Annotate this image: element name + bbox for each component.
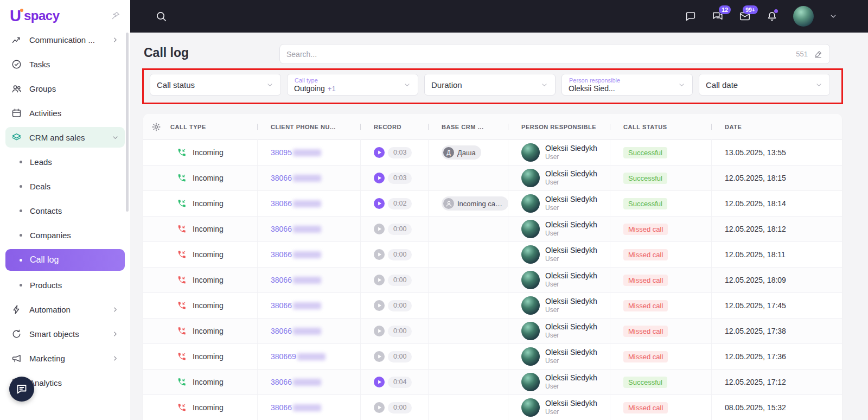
client-phone-link[interactable]: 38066 [271, 301, 321, 310]
client-phone-link[interactable]: 38066 [271, 403, 321, 412]
call-type-label: Incoming [193, 352, 224, 361]
column-header[interactable]: BASE CRM ... [429, 124, 508, 130]
table-row[interactable]: Incoming3806690:00Oleksii SiedykhUserMis… [143, 344, 842, 370]
client-phone-link[interactable]: 38066 [271, 327, 321, 335]
chat-icon[interactable]: 12 [712, 10, 724, 22]
main-content: Call log 551 Call statusCall typeOutgoin… [130, 33, 868, 420]
table-row[interactable]: Incoming380660:00Oleksii SiedykhUserMiss… [143, 242, 842, 268]
column-header[interactable]: DATE [712, 124, 842, 130]
filter-person-responsible[interactable]: Person responsibleOleksii Sied... [561, 74, 693, 96]
client-phone-link[interactable]: 38095 [271, 148, 321, 157]
filter-call-date[interactable]: Call date [699, 74, 830, 96]
table-row[interactable]: Incoming380660:02Incoming call 38..Oleks… [143, 191, 842, 217]
table-row[interactable]: Incoming380660:03Oleksii SiedykhUserSucc… [143, 166, 842, 191]
sidebar-item-groups[interactable]: Groups [5, 78, 125, 99]
person-name[interactable]: Oleksii Siedykh [545, 169, 597, 179]
column-header[interactable]: CALL STATUS [610, 124, 712, 130]
record-cell: 0:00 [361, 268, 429, 292]
column-header[interactable]: CLIENT PHONE NU... [258, 124, 361, 130]
play-record-button[interactable] [374, 377, 385, 387]
play-record-button[interactable] [374, 198, 385, 209]
person-name[interactable]: Oleksii Siedykh [545, 322, 597, 332]
client-phone-link[interactable]: 38066 [271, 276, 321, 284]
person-name[interactable]: Oleksii Siedykh [545, 144, 597, 154]
status-cell: Successful [610, 140, 712, 165]
sidebar-item-products[interactable]: Products [5, 275, 125, 295]
sidebar-item-companies[interactable]: Companies [5, 225, 125, 245]
person-name[interactable]: Oleksii Siedykh [545, 297, 597, 307]
sidebar-item-tasks[interactable]: Tasks [5, 54, 125, 74]
column-header[interactable]: RECORD [361, 124, 429, 130]
base-crm-chip[interactable]: Incoming call 38.. [442, 196, 508, 211]
column-header[interactable]: PERSON RESPONSIBLE [508, 124, 610, 130]
clear-filter-icon[interactable] [813, 49, 823, 59]
person-name[interactable]: Oleksii Siedykh [545, 195, 597, 205]
filter-duration[interactable]: Duration [424, 74, 556, 96]
client-phone-link[interactable]: 38066 [271, 225, 321, 233]
sidebar-item-activities[interactable]: Activities [5, 103, 125, 123]
sidebar-item-contacts[interactable]: Contacts [5, 200, 125, 221]
client-phone-link[interactable]: 38066 [271, 250, 321, 259]
column-header[interactable]: CALL TYPE [169, 124, 258, 130]
person-name[interactable]: Oleksii Siedykh [545, 373, 597, 383]
play-record-button[interactable] [374, 224, 385, 234]
user-avatar[interactable] [793, 6, 814, 27]
search-bar[interactable]: 551 [279, 44, 830, 64]
client-phone-link[interactable]: 38066 [271, 199, 321, 208]
avatar [521, 322, 540, 340]
table-row[interactable]: Incoming380660:04Oleksii SiedykhUserSucc… [143, 370, 842, 395]
person-name[interactable]: Oleksii Siedykh [545, 348, 597, 358]
pin-icon[interactable] [111, 11, 120, 21]
table-settings-button[interactable] [143, 122, 169, 132]
filter-call-status[interactable]: Call status [150, 74, 281, 96]
missed-call-icon [177, 275, 187, 285]
play-record-button[interactable] [374, 402, 385, 413]
chevron-down-icon[interactable] [829, 12, 838, 21]
play-record-button[interactable] [374, 351, 385, 362]
logo[interactable]: U spacy [0, 0, 130, 26]
search-icon[interactable] [155, 10, 167, 22]
play-record-button[interactable] [374, 275, 385, 285]
play-record-button[interactable] [374, 249, 385, 260]
client-phone-link[interactable]: 380669 [271, 352, 326, 361]
call-date: 12.05.2025, 18:09 [712, 268, 842, 292]
play-record-button[interactable] [374, 173, 385, 183]
client-phone-link[interactable]: 38066 [271, 378, 321, 386]
call-date: 12.05.2025, 17:45 [712, 293, 842, 318]
person-name[interactable]: Oleksii Siedykh [545, 399, 597, 409]
bell-icon[interactable] [766, 10, 778, 22]
sidebar-item-smart-objects[interactable]: Smart objects [5, 323, 125, 344]
play-record-button[interactable] [374, 326, 385, 336]
table-row[interactable]: Incoming380660:00Oleksii SiedykhUserMiss… [143, 268, 842, 293]
sidebar-item-deals[interactable]: Deals [5, 176, 125, 196]
chat-fab-button[interactable] [9, 377, 34, 402]
table-row[interactable]: Incoming380660:00Oleksii SiedykhUserMiss… [143, 217, 842, 242]
record-duration: 0:00 [388, 326, 412, 337]
person-name[interactable]: Oleksii Siedykh [545, 246, 597, 256]
person-role: User [545, 383, 597, 391]
mail-icon[interactable]: 99+ [739, 10, 751, 22]
sidebar-item-marketing[interactable]: Marketing [5, 348, 125, 368]
redacted-phone [293, 328, 321, 335]
person-name[interactable]: Oleksii Siedykh [545, 220, 597, 230]
comment-icon[interactable] [685, 10, 697, 22]
sidebar-item-automation[interactable]: Automation [5, 299, 125, 320]
filter-call-type[interactable]: Call typeOutgoing+1 [287, 74, 418, 96]
table-row[interactable]: Incoming380660:00Oleksii SiedykhUserMiss… [143, 293, 842, 319]
table-row[interactable]: Incoming380660:00Oleksii SiedykhUserMiss… [143, 319, 842, 344]
play-record-button[interactable] [374, 147, 385, 158]
table-row[interactable]: Incoming380950:03ДДашаOleksii SiedykhUse… [143, 140, 842, 166]
person-name[interactable]: Oleksii Siedykh [545, 271, 597, 281]
person-role: User [545, 179, 597, 187]
sidebar-item-call-log[interactable]: Call log [5, 249, 125, 271]
play-record-button[interactable] [374, 300, 385, 311]
sidebar-item-leads[interactable]: Leads [5, 151, 125, 172]
record-cell: 0:04 [361, 370, 429, 394]
table-row[interactable]: Incoming380660:00Oleksii SiedykhUserMiss… [143, 395, 842, 420]
search-input[interactable] [286, 50, 796, 59]
sidebar-item-communication[interactable]: Communication ... [5, 29, 125, 50]
client-phone-link[interactable]: 38066 [271, 174, 321, 182]
sidebar-scrollbar[interactable] [126, 33, 129, 212]
base-crm-chip[interactable]: ДДаша [442, 145, 481, 160]
sidebar-item-crm-and-sales[interactable]: CRM and sales [5, 127, 125, 148]
